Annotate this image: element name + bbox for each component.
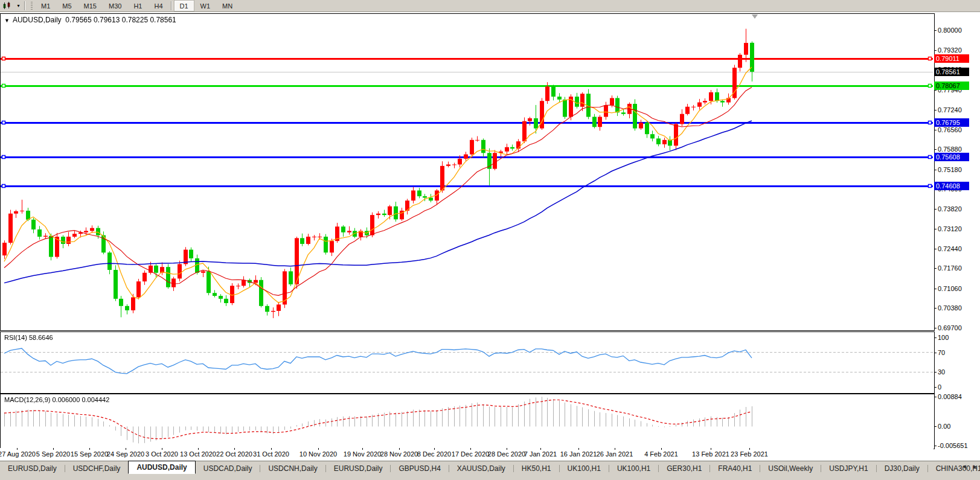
- price-level-badge: 0.79011: [934, 54, 969, 63]
- time-axis-tick: [470, 448, 471, 450]
- chart-tab-usoil-weekly[interactable]: USOil,Weekly: [760, 463, 821, 474]
- timeframe-button-m15[interactable]: M15: [78, 0, 103, 11]
- price-axis-tick: [934, 308, 937, 309]
- tab-scroll-left-icon[interactable]: ◄: [961, 463, 968, 470]
- chart-mode-dropdown-caret-icon[interactable]: ▾: [14, 1, 22, 11]
- price-axis[interactable]: 0.800000.793200.786400.779400.772400.765…: [934, 0, 980, 461]
- price-axis-label: 0.79320: [938, 46, 962, 54]
- time-axis-tick: [434, 448, 435, 450]
- price-axis-tick: [934, 328, 937, 328]
- time-axis-tick: [162, 448, 162, 450]
- price-axis-tick: [934, 209, 937, 210]
- chart-tab-ger30-h1[interactable]: GER30,H1: [659, 463, 709, 474]
- macd-label: MACD(12,26,9) 0.006000 0.004442: [4, 396, 109, 403]
- timeframe-button-group: M1M5M15M30H1H4D1W1MN: [35, 0, 239, 11]
- chart-tab-usdjpy-h1[interactable]: USDJPY,H1: [821, 463, 876, 474]
- chart-tab-fra40-h1[interactable]: FRA40,H1: [710, 463, 760, 474]
- price-axis-label: 0.70380: [938, 304, 962, 312]
- macd-canvas[interactable]: [1, 394, 933, 447]
- mt4-window: ▾ M1M5M15M30H1H4D1W1MN ▼AUDUSD,Daily 0.7…: [0, 0, 980, 480]
- price-level-badge: 0.74608: [934, 182, 969, 190]
- main-chart-canvas[interactable]: [1, 14, 933, 329]
- time-axis-label: 26 Jan 2021: [591, 450, 639, 458]
- time-axis-tick: [399, 448, 400, 450]
- price-axis-label: 0.69700: [938, 324, 962, 331]
- window-bottom-strip: [0, 473, 980, 480]
- price-axis-tick: [934, 170, 937, 170]
- time-axis-tick: [711, 448, 711, 450]
- price-axis-tick: [934, 249, 937, 249]
- chart-tab-dj30-daily[interactable]: DJ30,Daily: [877, 463, 927, 474]
- time-axis-tick: [578, 448, 579, 450]
- price-level-badge: 0.78561: [934, 68, 969, 76]
- time-axis-tick: [540, 448, 541, 450]
- price-axis-tick: [934, 149, 937, 150]
- price-level-badge: 0.78067: [934, 82, 969, 90]
- main-chart-panel: ▼AUDUSD,Daily 0.79565 0.79613 0.78225 0.…: [0, 13, 935, 331]
- time-axis-tick: [661, 448, 662, 450]
- chart-shift-marker-icon[interactable]: [752, 14, 758, 19]
- rsi-canvas[interactable]: [1, 332, 933, 392]
- timeframe-button-d1[interactable]: D1: [174, 0, 194, 11]
- candlestick-chart-icon: [2, 2, 12, 10]
- chart-tab-usdchf-daily[interactable]: USDCHF,Daily: [65, 463, 129, 474]
- toolbar-drag-grip[interactable]: [31, 2, 33, 10]
- chart-tab-gbpusd-h4[interactable]: GBPUSD,H4: [391, 463, 448, 474]
- price-level-badge: 0.76795: [934, 118, 969, 127]
- chart-tab-eurusd-daily[interactable]: EURUSD,Daily: [0, 463, 65, 474]
- price-axis-tick: [934, 229, 937, 229]
- price-axis-tick: [934, 268, 937, 269]
- chart-symbol-period: AUDUSD,Daily: [13, 16, 62, 24]
- time-axis-tick: [53, 448, 54, 450]
- rsi-axis-label: 0: [938, 383, 941, 391]
- toolbar-separator: [171, 1, 172, 10]
- chart-tabs: EURUSD,DailyUSDCHF,DailyAUDUSD,DailyUSDC…: [0, 461, 980, 474]
- time-axis[interactable]: 27 Aug 20205 Sep 202015 Sep 202024 Sep 2…: [0, 448, 934, 461]
- price-axis-tick: [934, 289, 937, 289]
- chart-tab-uk100-h1[interactable]: UK100,H1: [560, 463, 609, 474]
- chart-tab-audusd-daily[interactable]: AUDUSD,Daily: [128, 461, 195, 474]
- chart-tab-uk100-h1[interactable]: UK100,H1: [609, 463, 658, 474]
- chart-title-caret-icon[interactable]: ▼: [4, 18, 10, 24]
- time-axis-tick: [89, 448, 90, 450]
- chart-mode-icon[interactable]: [0, 1, 14, 11]
- macd-axis-tick: [934, 426, 937, 427]
- price-axis-tick: [934, 130, 937, 130]
- price-axis-tick: [934, 110, 937, 110]
- macd-axis-label: -0.005651: [938, 442, 968, 449]
- rsi-panel: RSI(14) 58.6646: [0, 331, 935, 394]
- macd-axis-tick: [934, 397, 937, 397]
- rsi-axis-label: 100: [938, 334, 949, 341]
- time-axis-tick: [198, 448, 199, 450]
- price-axis-label: 0.80000: [938, 27, 962, 34]
- chart-title: ▼AUDUSD,Daily 0.79565 0.79613 0.78225 0.…: [4, 16, 176, 24]
- timeframe-button-h4[interactable]: H4: [148, 0, 168, 11]
- timeframe-button-mn[interactable]: MN: [216, 0, 239, 11]
- chart-tab-xauusd-daily[interactable]: XAUUSD,Daily: [449, 463, 513, 474]
- rsi-axis-label: 30: [938, 368, 945, 376]
- timeframe-button-m30[interactable]: M30: [103, 0, 127, 11]
- macd-axis-label: 0.00: [938, 423, 950, 430]
- rsi-axis-label: 70: [938, 349, 945, 356]
- chart-tab-usdcnh-daily[interactable]: USDCNH,Daily: [260, 463, 325, 474]
- timeframe-button-w1[interactable]: W1: [194, 0, 217, 11]
- timeframe-button-m1[interactable]: M1: [35, 0, 56, 11]
- time-axis-tick: [749, 448, 750, 450]
- macd-axis-label: 0.00884: [938, 393, 962, 400]
- price-axis-label: 0.77240: [938, 106, 962, 114]
- chart-tab-eurusd-daily[interactable]: EURUSD,Daily: [326, 463, 391, 474]
- time-axis-label: 23 Feb 2021: [725, 450, 773, 458]
- time-axis-tick: [615, 448, 615, 450]
- price-axis-tick: [934, 30, 937, 31]
- time-axis-label: 10 Nov 2020: [294, 450, 342, 458]
- rsi-axis-tick: [934, 353, 937, 353]
- time-axis-tick: [362, 448, 363, 450]
- timeframe-button-m5[interactable]: M5: [56, 0, 77, 11]
- tab-scroll-right-icon[interactable]: ►: [972, 463, 979, 470]
- toolbar: ▾ M1M5M15M30H1H4D1W1MN: [0, 0, 980, 12]
- chart-tab-hk50-h1[interactable]: HK50,H1: [514, 463, 559, 474]
- timeframe-button-h1[interactable]: H1: [127, 0, 148, 11]
- price-axis-label: 0.72440: [938, 245, 962, 252]
- price-level-badge: 0.75608: [934, 153, 969, 161]
- chart-tab-usdcad-daily[interactable]: USDCAD,Daily: [196, 463, 260, 474]
